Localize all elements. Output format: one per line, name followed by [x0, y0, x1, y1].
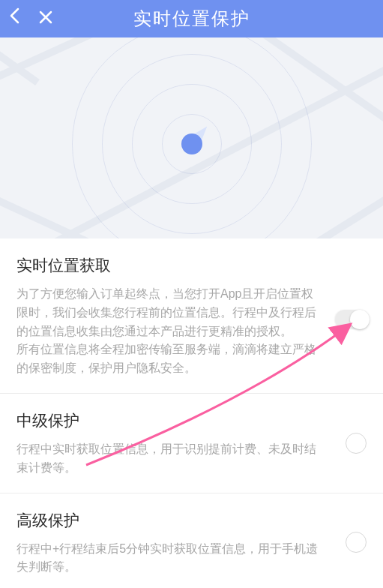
high-protection-radio[interactable]: [346, 532, 367, 553]
section-realtime-location: 实时位置获取 为了方便您输入订单起终点，当您打开App且开启位置权限时，我们会收…: [0, 238, 383, 394]
toggle-knob: [350, 310, 370, 329]
section-title: 实时位置获取: [16, 255, 367, 276]
close-button[interactable]: [30, 0, 61, 38]
section-description: 行程中+行程结束后5分钟实时获取位置信息，用于手机遗失判断等。: [16, 540, 367, 578]
section-description: 行程中实时获取位置信息，用于识别提前计费、未及时结束计费等。: [16, 440, 367, 478]
header-bar: 实时位置保护: [0, 0, 383, 38]
section-title: 高级保护: [16, 510, 367, 531]
realtime-location-toggle[interactable]: [335, 310, 370, 329]
location-dot-icon: [181, 134, 202, 154]
section-description: 为了方便您输入订单起终点，当您打开App且开启位置权限时，我们会收集您行程前的位…: [16, 285, 367, 378]
mid-protection-radio[interactable]: [346, 433, 367, 454]
map-illustration: [0, 38, 383, 238]
section-mid-protection[interactable]: 中级保护 行程中实时获取位置信息，用于识别提前计费、未及时结束计费等。: [0, 394, 383, 494]
back-button[interactable]: [0, 0, 30, 38]
section-high-protection[interactable]: 高级保护 行程中+行程结束后5分钟实时获取位置信息，用于手机遗失判断等。: [0, 494, 383, 588]
section-title: 中级保护: [16, 410, 367, 431]
